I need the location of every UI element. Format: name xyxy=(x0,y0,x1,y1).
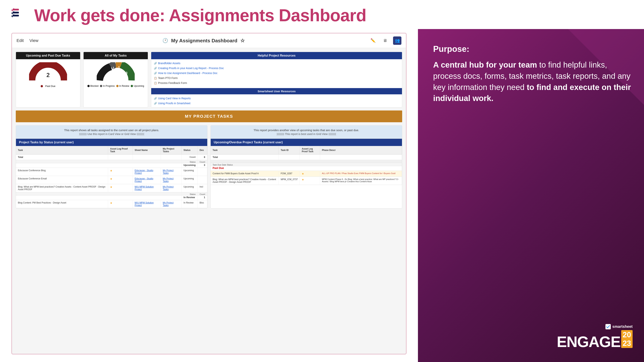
col-task: Task xyxy=(16,146,108,155)
present-icon-btn[interactable]: 🖥 xyxy=(381,36,389,45)
in-review-dot xyxy=(116,85,118,87)
dashboard-frame: Edit View 🕐 My Assignments Dashboard ☆ ✏… xyxy=(12,33,406,355)
smartsheet-resources-section: 🔗 Using Card View in Reports 🔗 Using Pro… xyxy=(151,94,402,107)
link-icon-0: 🔗 xyxy=(154,62,157,65)
reports-row: This report shows all tasks assigned to … xyxy=(16,125,402,208)
page-header: Work gets done: Assignments Dashboard xyxy=(0,0,644,29)
svg-text:2: 2 xyxy=(46,72,50,78)
in-progress-dot xyxy=(100,85,102,87)
left-report-table: Task Asset Log Proof Task Sheet Name My … xyxy=(16,146,207,208)
svg-text:1: 1 xyxy=(113,66,114,70)
blocked-dot xyxy=(88,85,90,87)
past-due-dot xyxy=(41,85,43,87)
dashboard-wrapper: Edit View 🕐 My Assignments Dashboard ☆ ✏… xyxy=(0,29,418,362)
resource-item-3[interactable]: 📋 Team PTO Form xyxy=(154,75,399,80)
toolbar-right: ✏️ 🖥 👥 xyxy=(369,36,402,45)
form-icon-4: 📋 xyxy=(154,82,157,84)
status-name-in-review: In Review 1 xyxy=(16,196,207,200)
star-icon: ★ xyxy=(110,169,112,172)
total-row: Total Count 8 xyxy=(16,155,207,160)
all-tasks-header: All of My Tasks xyxy=(84,52,148,59)
table-row: Blog: What are MPM best practices? Creat… xyxy=(211,177,402,185)
right-report-panel: This report provides another view of upc… xyxy=(210,125,402,208)
col-status: Status xyxy=(182,146,198,155)
svg-text:1: 1 xyxy=(106,73,108,77)
page-title: Work gets done: Assignments Dashboard xyxy=(34,6,366,25)
helpful-resources-header: Helpful Project Resources xyxy=(151,52,402,59)
col-des: Des xyxy=(198,146,207,155)
ss-brand: smartsheet xyxy=(557,324,632,329)
col-asset-log-r: Asset Log Proof Task xyxy=(300,146,320,155)
main-content: Edit View 🕐 My Assignments Dashboard ☆ ✏… xyxy=(0,29,644,362)
purpose-text: A central hub for your team to find help… xyxy=(433,59,632,104)
upcoming-dot xyxy=(131,85,133,87)
year-badge: 2023 xyxy=(621,330,633,348)
status-name-upcoming: Upcoming 3 xyxy=(16,163,207,168)
ss-resource-item-0[interactable]: 🔗 Using Card View in Reports xyxy=(154,96,399,101)
resource-item-0[interactable]: 🔗 Brandfolder Assets xyxy=(154,61,399,66)
resource-item-1[interactable]: 🔗 Creating Proofs in your Asset Log Repo… xyxy=(154,66,399,71)
upcoming-legend: Past Due xyxy=(41,85,55,87)
upcoming-tasks-widget: Upcoming and Past Due Tasks 2 xyxy=(16,52,80,107)
edit-menu[interactable]: Edit xyxy=(16,38,24,43)
toolbar-center: 🕐 My Assignments Dashboard ☆ xyxy=(38,38,369,44)
all-tasks-widget: All of My Tasks xyxy=(84,52,148,107)
dashboard-body: Upcoming and Past Due Tasks 2 xyxy=(12,48,406,354)
link-icon-1: 🔗 xyxy=(154,67,157,70)
smartsheet-resources-header: Smartsheet User Resources xyxy=(151,88,402,94)
helpful-resources-widget: Helpful Project Resources 🔗 Brandfolder … xyxy=(151,52,402,107)
link-icon-2: 🔗 xyxy=(154,72,157,75)
checklist-icon xyxy=(12,7,28,24)
all-tasks-donut-chart: 1 1 1 3 xyxy=(97,62,135,83)
svg-text:3: 3 xyxy=(126,71,128,75)
star-icon: ★ xyxy=(110,177,112,180)
resource-item-4[interactable]: 📋 Process Feedback Form xyxy=(154,80,399,85)
dashboard-title: My Assignments Dashboard xyxy=(171,38,238,44)
svg-rect-8 xyxy=(606,324,611,329)
smartsheet-checkmark-icon xyxy=(606,324,611,329)
right-panel-content: Purpose: A central hub for your team to … xyxy=(433,44,632,104)
users-icon-btn[interactable]: 👥 xyxy=(393,36,402,45)
col-task-id: Task ID xyxy=(279,146,300,155)
table-row: Content for FWM Buyers Guide Asset Proof… xyxy=(211,171,402,177)
upcoming-tasks-header: Upcoming and Past Due Tasks xyxy=(16,52,80,59)
star-icon: ★ xyxy=(302,172,304,175)
resource-item-2[interactable]: 🔗 How to Use Assignment Dashboard - Proc… xyxy=(154,71,399,75)
ss-resource-item-1[interactable]: 🔗 Using Proofs in Smartsheet xyxy=(154,101,399,106)
right-report-section-header: Upcoming/Overdue Project Tasks (current … xyxy=(211,139,402,146)
right-report-table: Task Task ID Asset Log Proof Task Phase … xyxy=(211,146,402,185)
all-tasks-donut-area: 1 1 1 3 Blocked xyxy=(84,59,148,90)
status-row-past-due: Task Due Date Status xyxy=(211,163,402,166)
upcoming-donut-area: 2 Past Due xyxy=(16,59,80,90)
col-asset-log: Asset Log Proof Task xyxy=(108,146,132,155)
col-task-r: Task xyxy=(211,146,279,155)
edit-icon-btn[interactable]: ✏️ xyxy=(369,36,377,45)
upcoming-donut-chart: 2 xyxy=(29,62,67,83)
star-favorite-icon[interactable]: ☆ xyxy=(240,38,245,44)
left-report-section-header: Project Tasks by Status (current user) xyxy=(16,139,207,146)
engage-logo: smartsheet ENGAGE2023 xyxy=(557,324,632,351)
left-report-panel: This report shows all tasks assigned to … xyxy=(16,125,208,208)
dashboard-toolbar: Edit View 🕐 My Assignments Dashboard ☆ ✏… xyxy=(12,33,406,48)
project-tasks-banner: MY PROJECT TASKS xyxy=(16,110,402,122)
ss-link-icon-0: 🔗 xyxy=(154,97,157,100)
left-report-info: This report shows all tasks assigned to … xyxy=(16,125,207,139)
col-phase: Phase Descr xyxy=(320,146,402,155)
table-row: Educause Conference Email ★ Educause - S… xyxy=(16,176,207,184)
svg-text:1: 1 xyxy=(118,65,120,69)
widgets-row: Upcoming and Past Due Tasks 2 xyxy=(16,52,402,107)
table-row: Blog: What are MPM best practices? Creat… xyxy=(16,184,207,192)
star-icon: ★ xyxy=(302,178,304,181)
ss-link-icon-1: 🔗 xyxy=(154,102,157,105)
form-icon-3: 📋 xyxy=(154,77,157,79)
right-total-row: Total xyxy=(211,155,402,160)
status-row-in-review: Status Count xyxy=(16,192,207,196)
clock-icon: 🕐 xyxy=(162,38,168,43)
divider-row xyxy=(211,160,402,163)
status-row-upcoming: Status Count xyxy=(16,160,207,163)
right-report-info: This report provides another view of upc… xyxy=(211,125,402,139)
view-menu[interactable]: View xyxy=(30,38,38,43)
status-name-past-due-row: Past Due xyxy=(211,166,402,171)
right-panel: Purpose: A central hub for your team to … xyxy=(418,29,644,362)
helpful-resources-section: 🔗 Brandfolder Assets 🔗 Creating Proofs i… xyxy=(151,59,402,87)
